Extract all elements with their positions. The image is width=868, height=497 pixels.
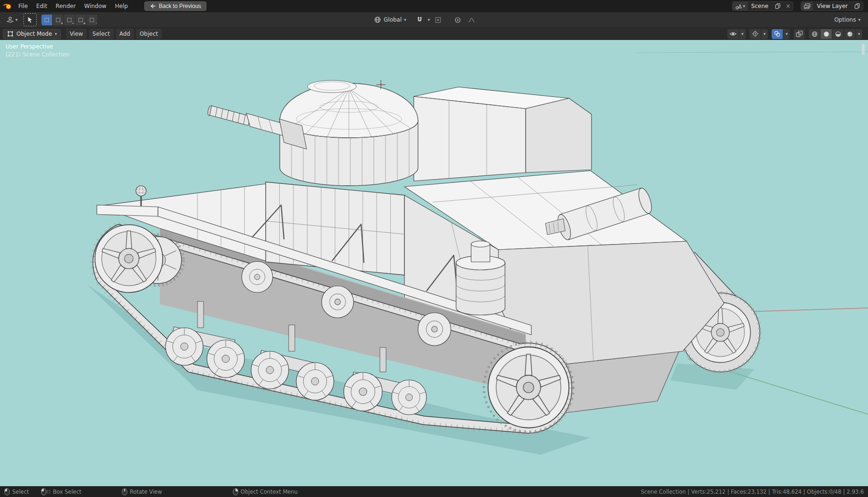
select-extend-icon	[56, 18, 60, 22]
unlink-scene-button[interactable]: ×	[783, 3, 793, 9]
shading-settings-chevron[interactable]: ▾	[856, 29, 862, 39]
select-mode-intersect-button[interactable]: ·	[87, 15, 97, 25]
shading-material-button[interactable]	[832, 29, 844, 39]
viewport-corner-widget[interactable]	[862, 44, 865, 55]
new-view-layer-button[interactable]	[852, 3, 863, 9]
select-mode-subtract-button[interactable]: −	[64, 15, 75, 25]
viewport-menus: View Select Add Object	[66, 29, 162, 39]
view-layer-selector: View Layer	[801, 1, 863, 11]
material-sphere-icon	[835, 31, 842, 38]
snap-settings-chevron[interactable]: ▾	[428, 18, 430, 22]
select-mode-new-button[interactable]	[41, 15, 52, 25]
viewport-menu-view[interactable]: View	[66, 29, 87, 39]
select-invert-icon	[79, 18, 83, 22]
hint-select: Select	[4, 488, 29, 496]
back-to-previous-label: Back to Previous	[159, 3, 201, 9]
transform-orientation-dropdown[interactable]: Global ▾	[374, 16, 406, 24]
gizmos-toggle[interactable]	[750, 29, 761, 39]
proportional-falloff-button[interactable]	[466, 14, 478, 25]
back-arrow-icon	[150, 3, 156, 9]
view-layer-name[interactable]: View Layer	[813, 3, 852, 9]
chevron-down-icon: ▾	[55, 32, 57, 36]
proportional-editing-cluster	[451, 14, 478, 25]
hint-context-menu-label: Object Context Menu	[241, 489, 298, 495]
mode-label: Object Mode	[16, 31, 52, 37]
active-tool-select-box-button[interactable]	[24, 13, 37, 26]
options-label: Options	[834, 16, 856, 23]
globe-icon	[374, 16, 381, 24]
topbar-right-cluster: ▾ Scene ×	[732, 1, 863, 11]
snapping-cluster: ▾	[414, 14, 444, 25]
select-mode-extend-button[interactable]: +	[53, 15, 63, 25]
snap-toggle-button[interactable]	[414, 14, 426, 25]
proportional-editing-toggle[interactable]	[451, 14, 464, 25]
chevron-down-icon: ▾	[786, 32, 788, 36]
minus-glyph: −	[72, 22, 74, 25]
object-visibility-button[interactable]	[727, 29, 739, 39]
wireframe-sphere-icon	[811, 31, 818, 38]
proportional-editing-icon	[454, 16, 461, 24]
scene-selector: ▾ Scene ×	[732, 1, 793, 11]
scene-browse-button[interactable]: ▾	[733, 2, 748, 10]
magnet-icon	[416, 16, 423, 24]
viewport-header: Object Mode ▾ View Select Add Object ▾	[0, 28, 868, 40]
xray-toggle[interactable]	[794, 29, 805, 39]
shading-wireframe-button[interactable]	[809, 29, 820, 39]
mouse-left-icon	[4, 488, 10, 496]
shading-solid-button[interactable]	[821, 29, 832, 39]
hint-rotate-view: Rotate View	[122, 488, 162, 496]
scene-icon	[735, 3, 742, 10]
orientation-label: Global	[384, 16, 402, 23]
back-to-previous-button[interactable]: Back to Previous	[144, 1, 206, 11]
viewport-menu-select[interactable]: Select	[89, 29, 114, 39]
topbar-menu-file[interactable]: File	[14, 0, 32, 12]
overlays-toggle[interactable]	[772, 29, 783, 39]
scene-name[interactable]: Scene	[748, 3, 773, 9]
topbar-menu-help[interactable]: Help	[110, 0, 132, 12]
viewport-header-right: ▾ ▾ ▾	[727, 29, 862, 39]
chevron-down-icon: ▾	[858, 32, 860, 36]
hint-context-menu: Object Context Menu	[233, 488, 298, 496]
chevron-down-icon: ▾	[742, 32, 744, 36]
close-icon: ×	[786, 3, 790, 9]
editor-type-button[interactable]: ▾	[6, 14, 18, 25]
solid-sphere-icon	[823, 31, 830, 38]
mouse-middle-icon	[122, 488, 127, 496]
topbar: File Edit Render Window Help Back to Pre…	[0, 0, 868, 12]
new-scene-button[interactable]	[772, 3, 783, 9]
view-layer-browse-button[interactable]	[801, 2, 813, 10]
viewport-menu-add[interactable]: Add	[116, 29, 134, 39]
select-mode-invert-button[interactable]: ×	[75, 15, 86, 25]
status-bar: Select Box Select Rotate View Object Con…	[0, 486, 868, 497]
xray-icon	[796, 30, 803, 38]
chevron-down-icon: ▾	[16, 18, 18, 22]
overlays-chevron[interactable]: ▾	[783, 29, 790, 39]
topbar-menu-window[interactable]: Window	[80, 0, 110, 12]
viewport: User Perspective (221) Scene Collection	[0, 40, 868, 486]
overlays-icon	[773, 30, 781, 38]
snap-target-button[interactable]	[432, 14, 444, 25]
duplicate-icon	[854, 3, 860, 9]
mode-dropdown[interactable]: Object Mode ▾	[3, 29, 61, 39]
blender-window: File Edit Render Window Help Back to Pre…	[0, 0, 868, 497]
select-intersect-icon	[90, 18, 94, 22]
snap-target-icon	[434, 16, 442, 24]
topbar-menu-render[interactable]: Render	[51, 0, 80, 12]
cursor-select-icon	[26, 16, 34, 24]
view-layer-icon	[804, 3, 811, 10]
options-dropdown[interactable]: Options ▾	[832, 16, 862, 23]
topbar-menu-edit[interactable]: Edit	[32, 0, 51, 12]
overlays-group: ▾	[772, 29, 790, 39]
gizmos-chevron[interactable]: ▾	[761, 29, 768, 39]
blender-logo-icon[interactable]	[3, 2, 12, 10]
falloff-curve-icon	[468, 16, 475, 24]
shading-rendered-button[interactable]	[844, 29, 855, 39]
object-visibility-chevron[interactable]: ▾	[739, 29, 746, 39]
viewport-menu-object[interactable]: Object	[136, 29, 162, 39]
gizmo-icon	[751, 30, 759, 38]
hint-box-select-label: Box Select	[53, 489, 81, 495]
select-subtract-icon	[67, 18, 71, 22]
select-mode-group: + − × ·	[41, 15, 97, 25]
3d-viewport-canvas[interactable]	[0, 40, 868, 486]
chevron-down-icon: ▾	[858, 18, 860, 22]
